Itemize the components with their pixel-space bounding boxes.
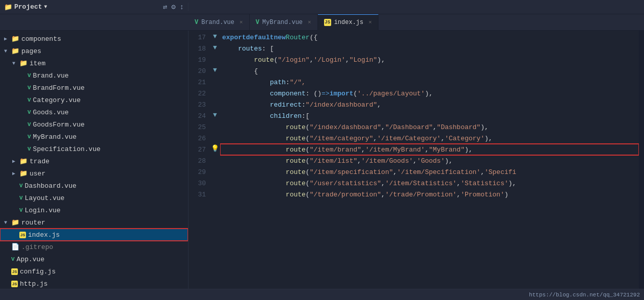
sidebar-item-specification-vue[interactable]: ▶ V Specification.vue	[0, 143, 188, 155]
line-num-26: 26	[193, 133, 206, 144]
tab-brand-vue-label: Brand.vue	[201, 19, 234, 26]
folder-icon: 📁	[11, 47, 19, 55]
code-line-24: children:[	[220, 110, 639, 121]
git-file-icon: 📄	[11, 243, 19, 251]
js-file-icon: JS	[11, 281, 18, 287]
gutter-26	[210, 132, 220, 143]
toolbar-icon-transfer[interactable]: ⇄	[163, 3, 167, 11]
item-label: router	[21, 219, 45, 227]
line-num-31: 31	[193, 189, 206, 200]
gutter-20: ▼	[210, 64, 220, 76]
line-num-22: 22	[193, 88, 206, 99]
sidebar-item-user[interactable]: ▶ 📁 user	[0, 167, 188, 180]
item-label: Category.vue	[33, 96, 81, 104]
sidebar-item-router[interactable]: ▼ 📁 router	[0, 216, 188, 229]
sidebar-item-pages[interactable]: ▼ 📁 pages	[0, 45, 188, 57]
item-label: GoodsForm.vue	[33, 121, 85, 129]
tab-mybrand-vue-label: MyBrand.vue	[262, 19, 303, 26]
tab-brand-vue[interactable]: V Brand.vue ×	[189, 14, 250, 31]
item-label: Brand.vue	[33, 72, 69, 80]
project-folder-icon: 📁	[4, 3, 12, 11]
vue-file-icon: V	[28, 121, 31, 128]
item-label: config.js	[20, 268, 56, 276]
sidebar-item-trade[interactable]: ▶ 📁 trade	[0, 155, 188, 167]
code-area[interactable]: export default new Router({ routes: [ ro…	[220, 31, 639, 289]
sidebar-item-mybrand-vue[interactable]: ▶ V MyBrand.vue	[0, 131, 188, 143]
code-line-26: route("/item/category",'/item/Category',…	[220, 133, 639, 144]
arrow-icon: ▶	[12, 158, 18, 164]
vue-file-icon: V	[19, 207, 23, 213]
line-num-21: 21	[193, 77, 206, 88]
vue-file-icon: V	[19, 195, 23, 201]
toolbar: 📁 Project ▼ ⇄ ⚙ ↕	[0, 0, 644, 14]
sidebar-item-brand-vue[interactable]: ▶ V Brand.vue	[0, 69, 188, 82]
sidebar-item-http-js[interactable]: ▶ JS http.js	[0, 278, 188, 289]
tab-index-js-label: index.js	[334, 19, 364, 26]
toolbar-icon-settings[interactable]: ⚙	[171, 3, 175, 11]
sidebar-item-app-vue[interactable]: ▶ V App.vue	[0, 253, 188, 265]
sidebar-item-dashboard-vue[interactable]: ▶ V Dashboard.vue	[0, 180, 188, 192]
vue-file-icon: V	[28, 134, 31, 140]
line-num-27: 27	[193, 144, 206, 155]
vue-file-icon: V	[28, 146, 31, 152]
js-icon: JS	[324, 19, 331, 26]
scrollbar[interactable]	[639, 31, 644, 289]
gutter-18: ▼	[210, 42, 220, 53]
line-num-19: 19	[193, 54, 206, 65]
arrow-icon: ▶	[12, 170, 18, 177]
code-line-27: route("/item/brand",'/item/MyBrand',"MyB…	[220, 144, 639, 155]
line-numbers: 17 18 19 20 21 22 23 24 25 26 27 28 29 3…	[189, 31, 210, 289]
item-label: components	[21, 35, 61, 43]
sidebar-item-components[interactable]: ▶ 📁 components	[0, 33, 188, 45]
line-num-17: 17	[193, 32, 206, 43]
tab-mybrand-vue[interactable]: V MyBrand.vue ×	[250, 14, 318, 31]
line-num-25: 25	[193, 121, 206, 133]
item-label: Login.vue	[25, 207, 61, 214]
item-label: BrandForm.vue	[33, 84, 85, 92]
sidebar-item-goodsform-vue[interactable]: ▶ V GoodsForm.vue	[0, 118, 188, 131]
sidebar-item-login-vue[interactable]: ▶ V Login.vue	[0, 204, 188, 216]
tab-index-js-close[interactable]: ×	[368, 19, 372, 26]
arrow-icon: ▼	[4, 48, 10, 54]
code-line-22: component: () => import('../pages/Layout…	[220, 88, 639, 99]
sidebar-item-gitrepo[interactable]: ▶ 📄 .gitrepo	[0, 241, 188, 253]
line-num-24: 24	[193, 110, 206, 121]
sidebar-item-brandform-vue[interactable]: ▶ V BrandForm.vue	[0, 82, 188, 94]
sidebar-item-item[interactable]: ▼ 📁 item	[0, 57, 188, 69]
code-line-20: {	[220, 65, 639, 77]
code-line-28: route("/item/list",'/item/Goods','Goods'…	[220, 155, 639, 166]
code-editor[interactable]: 17 18 19 20 21 22 23 24 25 26 27 28 29 3…	[189, 31, 644, 289]
item-label: trade	[30, 158, 49, 165]
code-line-29: route("/item/specification",'/item/Speci…	[220, 166, 639, 178]
item-label: user	[30, 170, 45, 178]
sidebar-item-goods-vue[interactable]: ▶ V Goods.vue	[0, 106, 188, 118]
tab-bar: V Brand.vue × V MyBrand.vue × JS index.j…	[0, 14, 644, 31]
tab-index-js[interactable]: JS index.js ×	[318, 14, 379, 31]
gutter-21	[210, 76, 220, 87]
vue-icon: V	[195, 19, 198, 26]
arrow-icon: ▼	[12, 61, 18, 66]
code-line-21: path:"/",	[220, 77, 639, 88]
line-num-18: 18	[193, 43, 206, 54]
gutter-27: 💡	[210, 143, 220, 154]
sidebar-item-category-vue[interactable]: ▶ V Category.vue	[0, 94, 188, 106]
project-title: Project	[14, 3, 42, 11]
code-line-17: export default new Router({	[220, 32, 639, 43]
gutter-17: ▼	[210, 31, 220, 42]
lightbulb-icon[interactable]: 💡	[211, 144, 219, 153]
item-label: Dashboard.vue	[25, 182, 76, 190]
sidebar-item-index-js[interactable]: ▶ JS index.js	[0, 229, 188, 241]
toolbar-icon-collapse[interactable]: ↕	[180, 3, 184, 11]
tab-mybrand-vue-close[interactable]: ×	[308, 19, 311, 26]
code-line-25: route("/index/dashboard","/Dashboard","D…	[220, 121, 639, 133]
sidebar-item-layout-vue[interactable]: ▶ V Layout.vue	[0, 192, 188, 204]
line-num-30: 30	[193, 178, 206, 189]
sidebar-item-config-js[interactable]: ▶ JS config.js	[0, 265, 188, 278]
main-area: ▶ 📁 components ▼ 📁 pages ▼ 📁 item ▶ V Br…	[0, 31, 644, 289]
item-label: MyBrand.vue	[33, 133, 77, 141]
vue-file-icon: V	[28, 72, 31, 79]
tab-brand-vue-close[interactable]: ×	[239, 19, 243, 26]
vue-file-icon: V	[19, 183, 23, 189]
item-label: item	[30, 60, 45, 67]
folder-icon: 📁	[19, 157, 28, 165]
